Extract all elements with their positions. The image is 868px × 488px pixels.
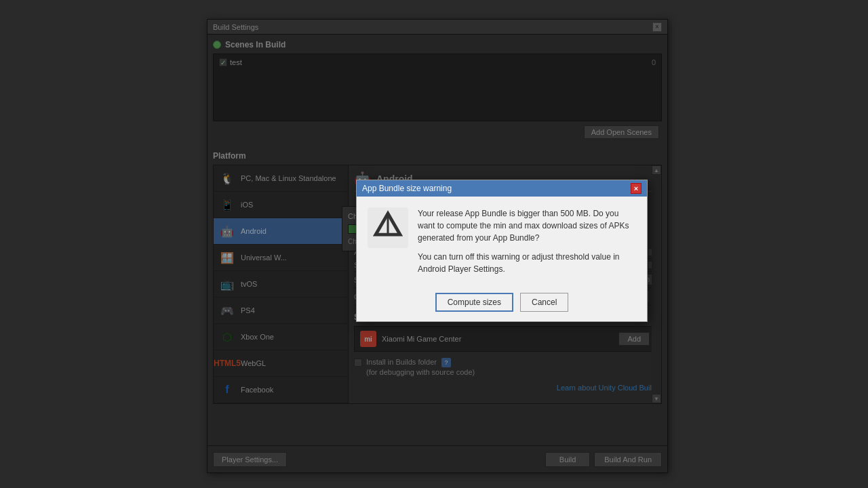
modal-buttons: Compute sizes Cancel xyxy=(357,286,647,321)
modal-body-text-2: You can turn off this warning or adjust … xyxy=(418,251,636,275)
cancel-modal-button[interactable]: Cancel xyxy=(520,293,568,312)
modal-title: App Bundle size warning xyxy=(362,184,452,193)
app-bundle-warning-dialog: App Bundle size warning × Your release A… xyxy=(356,180,648,322)
compute-sizes-button[interactable]: Compute sizes xyxy=(435,293,513,312)
modal-body: Your release App Bundle is bigger than 5… xyxy=(357,197,647,286)
modal-close-button[interactable]: × xyxy=(631,183,642,194)
modal-text-content: Your release App Bundle is bigger than 5… xyxy=(418,207,636,275)
modal-titlebar: App Bundle size warning × xyxy=(357,180,647,197)
unity-logo-icon xyxy=(368,207,408,248)
modal-body-text-1: Your release App Bundle is bigger than 5… xyxy=(418,207,636,244)
